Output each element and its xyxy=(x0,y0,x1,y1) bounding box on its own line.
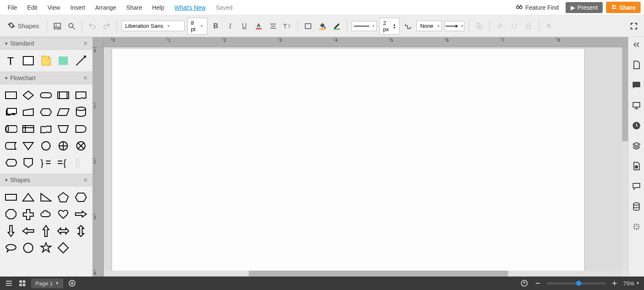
swimlane-shape[interactable] xyxy=(73,155,89,170)
menu-file[interactable]: File xyxy=(3,3,21,13)
image-button[interactable] xyxy=(51,20,63,32)
triangle-shape[interactable] xyxy=(21,190,36,205)
list-view-button[interactable] xyxy=(4,279,13,288)
note-brace-shape[interactable]: { xyxy=(56,155,71,170)
right-triangle-shape[interactable] xyxy=(38,190,54,205)
scroll-thumb[interactable] xyxy=(249,271,508,277)
cloud-shape[interactable] xyxy=(38,207,54,222)
zoom-in-button[interactable] xyxy=(610,279,619,288)
zoom-out-button[interactable] xyxy=(533,279,542,288)
horizontal-scrollbar[interactable] xyxy=(104,271,622,277)
magnet-button[interactable] xyxy=(508,20,520,32)
delay-shape[interactable] xyxy=(73,121,89,137)
feature-find-button[interactable]: Feature Find xyxy=(512,1,562,13)
manual-op-shape[interactable] xyxy=(56,121,71,137)
standard-palette-header[interactable]: ▼ Standard ✕ xyxy=(0,37,92,50)
menu-arrange[interactable]: Arrange xyxy=(91,3,121,13)
close-icon[interactable]: ✕ xyxy=(83,75,88,81)
block-shape[interactable] xyxy=(21,53,36,68)
note-shape[interactable] xyxy=(38,53,54,68)
layers-button[interactable] xyxy=(631,141,641,151)
right-arrow-shape[interactable] xyxy=(73,207,89,222)
line-shape[interactable] xyxy=(73,53,89,68)
close-icon[interactable]: ✕ xyxy=(83,177,88,183)
font-family-select[interactable]: Liberation Sans ▼ xyxy=(121,21,185,31)
callout-shape[interactable] xyxy=(3,240,19,255)
preparation-shape[interactable] xyxy=(38,105,54,120)
display-shape[interactable] xyxy=(3,155,19,170)
rectangle-shape[interactable] xyxy=(3,190,19,205)
decision-shape[interactable] xyxy=(21,88,36,103)
horizontal-ruler[interactable]: 012345678 xyxy=(104,37,628,47)
pentagon-shape[interactable] xyxy=(56,190,71,205)
stroke-width-select[interactable]: 2 px ▲▼ xyxy=(379,18,400,35)
chat-button[interactable] xyxy=(631,181,641,191)
presentation-button[interactable] xyxy=(631,100,641,110)
star-shape[interactable] xyxy=(38,240,54,255)
share-button[interactable]: Share xyxy=(606,2,641,13)
paper-tape-shape[interactable] xyxy=(38,121,54,137)
cursor-button[interactable] xyxy=(543,20,555,32)
shapes-menu-button[interactable]: Shapes xyxy=(4,21,43,30)
zoom-level-select[interactable]: 75% ▼ xyxy=(623,280,640,287)
connector-shape[interactable] xyxy=(38,138,54,153)
undo-button[interactable] xyxy=(86,20,98,32)
heart-shape[interactable] xyxy=(56,207,71,222)
bold-button[interactable]: B xyxy=(210,20,222,32)
stored-data-shape[interactable] xyxy=(3,138,19,153)
text-size-button[interactable]: TT xyxy=(282,20,293,32)
present-button[interactable]: ▶ Present xyxy=(566,2,603,13)
predefined-shape[interactable] xyxy=(56,88,71,103)
font-size-select[interactable]: 8 pt ▼ xyxy=(187,18,207,35)
link-button[interactable] xyxy=(494,20,506,32)
line-color-button[interactable] xyxy=(331,20,343,32)
merge-shape[interactable] xyxy=(21,138,36,153)
down-arrow-shape[interactable] xyxy=(3,223,19,239)
line-end-select[interactable]: ▼ xyxy=(444,21,464,31)
close-icon[interactable]: ✕ xyxy=(83,40,88,47)
comments-button[interactable] xyxy=(631,80,641,90)
terminator-shape[interactable] xyxy=(38,88,54,103)
internal-storage-shape[interactable] xyxy=(21,121,36,137)
zoom-slider[interactable] xyxy=(547,282,606,285)
menu-edit[interactable]: Edit xyxy=(23,3,42,13)
data-button[interactable] xyxy=(631,201,641,212)
line-style-select[interactable]: ▼ xyxy=(352,21,377,31)
hexagon-shape[interactable] xyxy=(73,190,89,205)
left-arrow-shape[interactable] xyxy=(21,223,36,239)
diamond-shape[interactable] xyxy=(56,240,71,255)
themes-button[interactable] xyxy=(631,161,641,171)
fill-color-button[interactable] xyxy=(317,20,328,32)
target-button[interactable] xyxy=(520,279,529,288)
database-shape[interactable] xyxy=(73,105,89,120)
text-shape[interactable]: T xyxy=(3,53,19,68)
italic-button[interactable]: I xyxy=(224,20,236,32)
page-canvas[interactable] xyxy=(112,49,584,271)
fullscreen-button[interactable] xyxy=(628,20,640,32)
actions-button[interactable] xyxy=(631,222,641,232)
menu-share[interactable]: Share xyxy=(122,3,146,13)
multidocument-shape[interactable] xyxy=(3,105,19,120)
menu-help[interactable]: Help xyxy=(148,3,169,13)
vertical-ruler[interactable]: 01234 xyxy=(93,47,104,277)
document-shape[interactable] xyxy=(73,88,89,103)
summing-shape[interactable] xyxy=(73,138,89,153)
underline-button[interactable]: U xyxy=(239,20,250,32)
zoom-slider-thumb[interactable] xyxy=(576,281,581,286)
shape-outline-button[interactable] xyxy=(302,20,314,32)
search-button[interactable] xyxy=(66,20,78,32)
menu-insert[interactable]: Insert xyxy=(66,3,89,13)
text-color-button[interactable]: A xyxy=(253,20,265,32)
cross-shape[interactable] xyxy=(21,207,36,222)
redo-button[interactable] xyxy=(101,20,113,32)
flowchart-palette-header[interactable]: ▼ Flowchart ✕ xyxy=(0,72,92,84)
vertical-scrollbar[interactable] xyxy=(622,47,628,271)
menu-whats-new[interactable]: What's New xyxy=(170,3,210,13)
page-tab[interactable]: Page 1 ▼ xyxy=(31,279,63,288)
updown-arrow-shape[interactable] xyxy=(73,223,89,239)
page-settings-button[interactable] xyxy=(631,60,641,70)
grid-view-button[interactable] xyxy=(18,279,27,288)
scroll-thumb[interactable] xyxy=(622,47,628,141)
brace-note-shape[interactable]: } xyxy=(38,155,54,170)
menu-view[interactable]: View xyxy=(43,3,64,13)
